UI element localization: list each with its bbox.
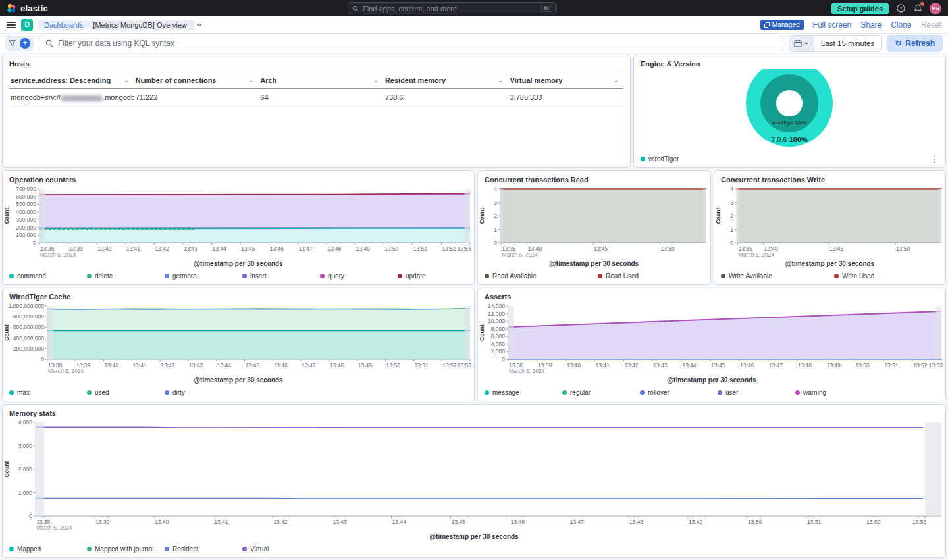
help-icon[interactable]: ?: [895, 3, 906, 14]
svg-text:March 5, 2024: March 5, 2024: [40, 251, 76, 258]
legend-item-warning[interactable]: warning: [795, 389, 873, 396]
time-range-value[interactable]: Last 15 minutes: [814, 39, 881, 47]
hosts-column-header[interactable]: Arch⌄: [259, 72, 384, 88]
panel-engine-version-title[interactable]: Engine & Version: [634, 55, 945, 69]
panel-asserts-title[interactable]: Asserts: [478, 288, 945, 302]
legend-item-wiredtiger[interactable]: wiredTiger: [641, 155, 679, 163]
legend-label: wiredTiger: [648, 155, 679, 163]
panel-options-kebab-icon[interactable]: ⋮: [930, 156, 939, 163]
legend-item-rollover[interactable]: rollover: [640, 389, 718, 396]
legend-item-read-available[interactable]: Read Available: [485, 272, 598, 280]
setup-guides-button[interactable]: Setup guides: [831, 3, 889, 14]
legend-item-insert[interactable]: insert: [242, 272, 320, 280]
legend-item-used[interactable]: used: [87, 389, 165, 396]
panel-hosts: Hosts service.address: Descending⌄Number…: [2, 55, 631, 168]
svg-text:13:49: 13:49: [827, 362, 841, 369]
svg-text:13:48: 13:48: [330, 362, 344, 369]
legend-item-mapped[interactable]: Mapped: [9, 546, 87, 553]
hosts-column-header[interactable]: Resident memory⌄: [384, 72, 509, 88]
panel-concurrent-write-title[interactable]: Concurrent transactions Write: [714, 171, 945, 185]
legend-item-write-available[interactable]: Write Available: [721, 272, 834, 280]
legend-item-mapped-with-journal[interactable]: Mapped with journal: [87, 546, 165, 553]
reset-button[interactable]: Reset: [921, 20, 941, 30]
legend-item-dirty[interactable]: dirty: [165, 389, 242, 396]
sort-chevron-icon[interactable]: ⌄: [613, 77, 618, 84]
sort-chevron-icon[interactable]: ⌄: [373, 77, 379, 84]
legend-item-message[interactable]: message: [485, 389, 562, 396]
refresh-button[interactable]: ↻ Refresh: [887, 35, 943, 52]
concurrent-write-chart[interactable]: Count0123413:35March 5, 202413:4013:4513…: [714, 185, 945, 260]
svg-text:13:40: 13:40: [155, 519, 169, 525]
legend-item-command[interactable]: command: [9, 272, 87, 280]
sort-chevron-icon[interactable]: ⌄: [124, 77, 129, 84]
donut-version-label: 7.0.6: [771, 136, 787, 143]
panel-hosts-title[interactable]: Hosts: [3, 55, 630, 69]
legend-label: regular: [570, 389, 591, 396]
panel-wiredtiger-cache-title[interactable]: WiredTiger Cache: [3, 288, 474, 302]
table-row[interactable]: mongodb+srv://.mongodb.net/71.22264738.6…: [9, 89, 623, 107]
operation-counters-legend: commanddeletegetmoreinsertqueryupdate: [3, 270, 474, 284]
hosts-column-header[interactable]: Virtual memory⌄: [509, 72, 623, 88]
share-button[interactable]: Share: [860, 20, 882, 30]
sort-chevron-icon[interactable]: ⌄: [249, 77, 254, 84]
legend-item-virtual[interactable]: Virtual: [242, 546, 320, 553]
legend-label: update: [406, 272, 426, 280]
panel-concurrent-read: Concurrent transactions Read Count012341…: [477, 170, 711, 285]
time-picker: Last 15 minutes: [789, 35, 882, 52]
svg-text:March 5, 2024: March 5, 2024: [36, 524, 72, 531]
global-search-input[interactable]: Find apps, content, and more. ⌘/: [348, 2, 557, 14]
hosts-column-header[interactable]: service.address: Descending⌄: [9, 72, 134, 88]
elastic-brand[interactable]: elastic: [7, 3, 48, 13]
legend-item-read-used[interactable]: Read Used: [598, 272, 710, 280]
legend-item-delete[interactable]: delete: [87, 272, 165, 280]
legend-dot-icon: [9, 547, 14, 551]
legend-label: insert: [250, 272, 266, 280]
concurrent-read-chart[interactable]: Count0123413:35March 5, 202413:4013:4513…: [478, 185, 710, 260]
panel-concurrent-read-title[interactable]: Concurrent transactions Read: [478, 171, 710, 185]
hosts-column-header[interactable]: Number of connections⌄: [134, 72, 259, 88]
panel-operation-counters: Operation counters Count0100,000200,0003…: [2, 170, 475, 285]
panel-memory-stats-title[interactable]: Memory stats: [3, 405, 945, 419]
svg-text:1: 1: [494, 226, 497, 233]
engine-version-donut[interactable]: wiredTiger 100% 7.0.6 100%: [634, 69, 946, 148]
legend-item-user[interactable]: user: [718, 389, 795, 396]
legend-item-update[interactable]: update: [398, 272, 474, 280]
legend-dot-icon: [9, 274, 14, 278]
svg-text:13:40: 13:40: [567, 362, 581, 369]
search-shortcut-hint: ⌘/: [540, 5, 552, 12]
memory-stats-chart[interactable]: Count01,0002,0003,0004,00013:38March 5, …: [3, 419, 945, 533]
kql-query-input[interactable]: Filter your data using KQL syntax: [39, 36, 783, 51]
asserts-chart[interactable]: Count02,0004,0006,0008,00010,00012,00014…: [478, 302, 945, 376]
menu-hamburger-icon[interactable]: [7, 22, 16, 28]
svg-text:13:39: 13:39: [69, 245, 84, 252]
notification-badge: [920, 2, 924, 6]
chevron-down-icon[interactable]: [196, 19, 203, 31]
calendar-icon[interactable]: [789, 36, 814, 51]
legend-item-max[interactable]: max: [9, 389, 87, 396]
legend-dot-icon: [640, 390, 645, 395]
svg-text:13:43: 13:43: [332, 519, 347, 525]
svg-text:13:51: 13:51: [414, 362, 429, 369]
legend-item-getmore[interactable]: getmore: [165, 272, 242, 280]
legend-dot-icon: [242, 547, 247, 551]
legend-item-resident[interactable]: Resident: [165, 546, 242, 553]
user-avatar[interactable]: MS: [930, 3, 941, 14]
full-screen-button[interactable]: Full screen: [813, 20, 852, 30]
sort-chevron-icon[interactable]: ⌄: [498, 77, 504, 84]
add-filter-button[interactable]: +: [20, 38, 30, 49]
wiredtiger-cache-chart[interactable]: Count0200,000,000400,000,000600,000,0008…: [3, 302, 474, 376]
panel-operation-counters-title[interactable]: Operation counters: [3, 171, 474, 185]
legend-label: delete: [95, 272, 113, 280]
operation-counters-chart[interactable]: Count0100,000200,000300,000400,000500,00…: [3, 185, 474, 260]
svg-text:13:45: 13:45: [711, 362, 725, 369]
legend-item-regular[interactable]: regular: [562, 389, 640, 396]
notifications-bell-icon[interactable]: [912, 3, 923, 14]
breadcrumb-dashboards[interactable]: Dashboards: [38, 20, 91, 30]
legend-item-query[interactable]: query: [320, 272, 398, 280]
managed-badge[interactable]: Managed: [760, 20, 804, 30]
clone-button[interactable]: Clone: [891, 20, 911, 30]
hosts-table: service.address: Descending⌄Number of co…: [9, 72, 623, 107]
dashboard-app-icon[interactable]: D: [21, 19, 33, 31]
filter-funnel-icon[interactable]: [9, 39, 16, 47]
legend-item-write-used[interactable]: Write Used: [834, 272, 945, 280]
